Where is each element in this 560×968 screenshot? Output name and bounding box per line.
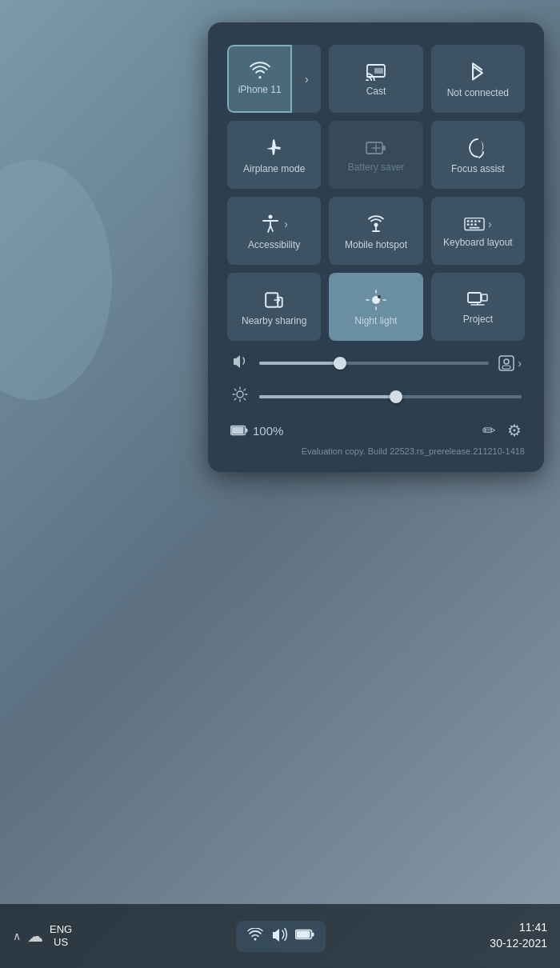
taskbar-time: 11:41 xyxy=(519,920,547,936)
nearby-sharing-tile[interactable]: Nearby sharing xyxy=(227,273,321,341)
brightness-slider-row xyxy=(230,386,522,406)
svg-rect-26 xyxy=(468,293,481,302)
battery-saver-label: Battery saver xyxy=(348,162,405,173)
svg-rect-48 xyxy=(312,932,314,936)
svg-point-33 xyxy=(237,391,243,398)
night-light-tile[interactable]: Night light xyxy=(329,273,422,341)
decorative-shape xyxy=(0,160,112,400)
svg-rect-4 xyxy=(382,146,386,150)
battery-saver-tile[interactable]: Battery saver xyxy=(329,121,422,189)
accessibility-tile[interactable]: › Accessibility xyxy=(227,197,321,265)
keyboard-layout-tile[interactable]: › Keyboard layout xyxy=(431,197,525,265)
battery-icon xyxy=(230,424,248,437)
taskbar-wifi-icon xyxy=(247,928,263,945)
quick-settings-panel: iPhone 11 › Cast xyxy=(208,22,544,472)
night-light-icon xyxy=(366,290,386,310)
svg-line-41 xyxy=(234,398,236,400)
accessibility-icon xyxy=(260,214,281,234)
svg-point-45 xyxy=(254,938,257,940)
taskbar-volume-icon xyxy=(271,927,287,946)
settings-button[interactable]: ⚙ xyxy=(507,421,522,440)
svg-rect-30 xyxy=(499,356,514,370)
cast-icon xyxy=(366,63,386,81)
brightness-track[interactable] xyxy=(259,395,522,398)
svg-rect-47 xyxy=(297,930,310,938)
volume-device-button[interactable]: › xyxy=(498,355,522,371)
accessibility-label: Accessibility xyxy=(248,239,300,250)
taskbar-lang-line1: ENG xyxy=(50,923,72,936)
focus-assist-label: Focus assist xyxy=(451,163,505,174)
volume-icon xyxy=(230,354,250,372)
airplane-label: Airplane mode xyxy=(243,163,305,174)
keyboard-chevron-icon: › xyxy=(488,218,492,230)
battery-percent: 100% xyxy=(253,424,283,438)
project-tile[interactable]: Project xyxy=(431,273,525,341)
project-icon xyxy=(467,291,488,309)
svg-rect-14 xyxy=(478,221,481,222)
mobile-hotspot-tile[interactable]: Mobile hotspot xyxy=(329,197,422,265)
bluetooth-tile[interactable]: Not connected xyxy=(431,45,525,113)
volume-slider-row: › xyxy=(230,354,522,372)
panel-bottom-bar: 100% ✏ ⚙ xyxy=(227,421,525,440)
svg-point-31 xyxy=(504,359,509,364)
wifi-expand-button[interactable]: › xyxy=(292,45,321,113)
brightness-icon xyxy=(230,386,250,406)
project-label: Project xyxy=(463,314,493,325)
hotspot-icon xyxy=(366,214,386,234)
bluetooth-label: Not connected xyxy=(447,87,509,98)
night-light-label: Night light xyxy=(354,315,397,326)
volume-chevron-icon: › xyxy=(518,357,522,370)
edit-button[interactable]: ✏ xyxy=(482,421,496,440)
focus-assist-tile[interactable]: Focus assist xyxy=(431,121,525,189)
sliders-section: › xyxy=(227,354,525,406)
keyboard-icon xyxy=(464,216,485,232)
svg-line-40 xyxy=(244,389,246,390)
speaker-device-icon xyxy=(498,355,514,371)
svg-rect-12 xyxy=(470,221,473,222)
mobile-hotspot-label: Mobile hotspot xyxy=(345,239,407,250)
cast-tile[interactable]: Cast xyxy=(329,45,422,113)
svg-rect-11 xyxy=(467,221,470,222)
taskbar-battery-icon xyxy=(295,928,314,945)
cast-label: Cast xyxy=(366,86,386,97)
share-icon xyxy=(265,290,284,310)
svg-line-38 xyxy=(234,389,236,390)
svg-rect-13 xyxy=(474,221,477,222)
tiles-grid: iPhone 11 › Cast xyxy=(227,45,525,341)
svg-rect-2 xyxy=(374,68,383,74)
airplane-icon xyxy=(264,138,285,158)
taskbar-system-icons[interactable] xyxy=(236,921,326,952)
volume-track[interactable] xyxy=(259,362,489,365)
nearby-sharing-label: Nearby sharing xyxy=(242,315,306,326)
taskbar-chevron-icon[interactable]: ∧ xyxy=(13,930,21,942)
taskbar-date: 30-12-2021 xyxy=(490,936,547,952)
bluetooth-icon xyxy=(469,62,486,82)
svg-line-39 xyxy=(244,398,246,400)
taskbar-language[interactable]: ENG US xyxy=(50,923,72,948)
battery-info: 100% xyxy=(230,424,283,438)
svg-point-1 xyxy=(366,79,369,81)
svg-rect-27 xyxy=(482,294,487,301)
taskbar: ∧ ☁ ENG US xyxy=(0,904,560,968)
svg-rect-18 xyxy=(469,227,479,229)
svg-rect-16 xyxy=(470,224,473,226)
taskbar-cloud-icon[interactable]: ☁ xyxy=(27,926,43,946)
keyboard-layout-label: Keyboard layout xyxy=(443,237,513,248)
taskbar-left: ∧ ☁ ENG US xyxy=(13,923,72,948)
eval-copy-text: Evaluation copy. Build 22523.rs_prerelea… xyxy=(227,446,525,456)
bottom-actions: ✏ ⚙ xyxy=(482,421,522,440)
wifi-icon xyxy=(250,62,270,79)
taskbar-lang-line2: US xyxy=(50,936,72,949)
svg-rect-43 xyxy=(232,427,244,434)
svg-rect-44 xyxy=(246,429,248,433)
wifi-label: iPhone 11 xyxy=(238,84,282,95)
accessibility-chevron-icon: › xyxy=(284,218,288,230)
airplane-tile[interactable]: Airplane mode xyxy=(227,121,321,189)
focus-assist-icon xyxy=(467,138,488,158)
svg-rect-17 xyxy=(474,224,477,226)
taskbar-datetime[interactable]: 11:41 30-12-2021 xyxy=(490,920,547,951)
wifi-chevron-icon: › xyxy=(305,73,309,86)
battery-saver-icon xyxy=(366,139,386,157)
svg-rect-15 xyxy=(467,224,470,226)
wifi-button[interactable]: iPhone 11 xyxy=(227,45,292,113)
